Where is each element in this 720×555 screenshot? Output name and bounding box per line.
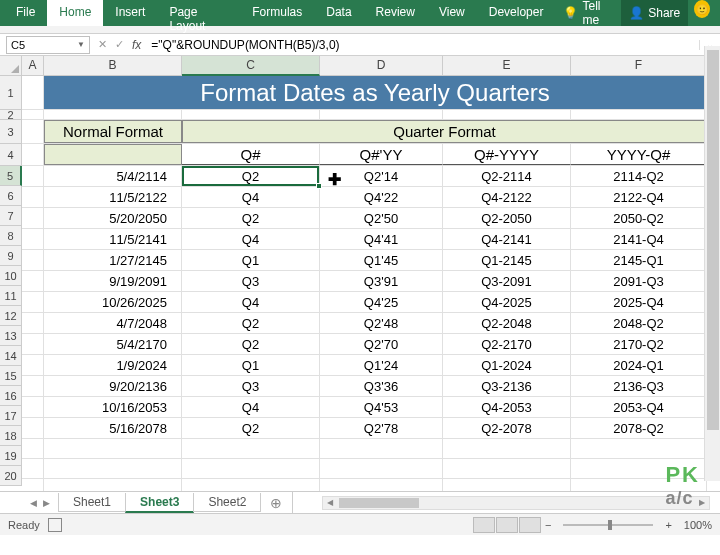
cell-c11[interactable]: Q4 [182,292,320,312]
cell-f10[interactable]: 2091-Q3 [571,271,707,291]
zoom-out-button[interactable]: − [541,519,555,531]
tab-data[interactable]: Data [314,0,363,26]
cell-b7[interactable]: 5/20/2050 [44,208,182,228]
cell-f5[interactable]: 2114-Q2 [571,166,707,186]
cell-d9[interactable]: Q1'45 [320,250,443,270]
cell-d15[interactable]: Q3'36 [320,376,443,396]
share-button[interactable]: 👤 Share [621,0,688,26]
cell-f15[interactable]: 2136-Q3 [571,376,707,396]
cell-c19[interactable] [182,459,320,478]
cell-b13[interactable]: 5/4/2170 [44,334,182,354]
cell-b9[interactable]: 1/27/2145 [44,250,182,270]
cell-a20[interactable] [22,479,44,491]
cell-c10[interactable]: Q3 [182,271,320,291]
cell-e20[interactable] [443,479,571,491]
tab-view[interactable]: View [427,0,477,26]
cell-f6[interactable]: 2122-Q4 [571,187,707,207]
subhdr-q[interactable]: Q# [182,144,320,165]
feedback-smiley-icon[interactable]: 🙂 [694,0,710,18]
zoom-slider[interactable] [563,524,653,526]
quarter-format-header[interactable]: Quarter Format [182,120,707,143]
cell-f11[interactable]: 2025-Q4 [571,292,707,312]
cell-b2[interactable] [44,110,182,119]
cell-c5[interactable]: Q2 [182,166,320,186]
cell-c2[interactable] [182,110,320,119]
cell-f18[interactable] [571,439,707,458]
sheet-tab-3[interactable]: Sheet3 [125,493,194,513]
cell-c9[interactable]: Q1 [182,250,320,270]
cell-e6[interactable]: Q4-2122 [443,187,571,207]
col-header-d[interactable]: D [320,56,443,76]
cell-d18[interactable] [320,439,443,458]
cell-d12[interactable]: Q2'48 [320,313,443,333]
cell-b15[interactable]: 9/20/2136 [44,376,182,396]
cell-c17[interactable]: Q2 [182,418,320,438]
cell-e18[interactable] [443,439,571,458]
row-header-1[interactable]: 1 [0,76,22,110]
cell-a3[interactable] [22,120,44,143]
cell-e8[interactable]: Q4-2141 [443,229,571,249]
cell-d14[interactable]: Q1'24 [320,355,443,375]
cell-f12[interactable]: 2048-Q2 [571,313,707,333]
row-header-2[interactable]: 2 [0,110,22,120]
cell-c7[interactable]: Q2 [182,208,320,228]
col-header-a[interactable]: A [22,56,44,76]
cell-f13[interactable]: 2170-Q2 [571,334,707,354]
view-page-layout-button[interactable] [496,517,518,533]
tab-file[interactable]: File [4,0,47,26]
cell-b16[interactable]: 10/16/2053 [44,397,182,417]
cell-b4[interactable] [44,144,182,165]
tab-home[interactable]: Home [47,0,103,26]
sheet-tab-1[interactable]: Sheet1 [58,493,126,512]
normal-format-header[interactable]: Normal Format [44,120,182,143]
cell-f8[interactable]: 2141-Q4 [571,229,707,249]
row-header-12[interactable]: 12 [0,306,22,326]
zoom-in-button[interactable]: + [661,519,675,531]
row-header-6[interactable]: 6 [0,186,22,206]
cell-b17[interactable]: 5/16/2078 [44,418,182,438]
cell-d2[interactable] [320,110,443,119]
cell-a4[interactable] [22,144,44,165]
col-header-b[interactable]: B [44,56,182,76]
cell-e10[interactable]: Q3-2091 [443,271,571,291]
cell-b11[interactable]: 10/26/2025 [44,292,182,312]
cell-a1[interactable] [22,76,44,109]
cell-c20[interactable] [182,479,320,491]
cell-b19[interactable] [44,459,182,478]
cell-e7[interactable]: Q2-2050 [443,208,571,228]
cell-d8[interactable]: Q4'41 [320,229,443,249]
cell-a13[interactable] [22,334,44,354]
tab-nav[interactable]: ◀▶ [22,498,58,508]
cell-e17[interactable]: Q2-2078 [443,418,571,438]
cell-a11[interactable] [22,292,44,312]
hscroll-thumb[interactable] [339,498,419,508]
cell-e5[interactable]: Q2-2114 [443,166,571,186]
sheet-tab-2[interactable]: Sheet2 [193,493,261,512]
col-header-c[interactable]: C [182,56,320,76]
cell-c15[interactable]: Q3 [182,376,320,396]
cell-e16[interactable]: Q4-2053 [443,397,571,417]
cell-c8[interactable]: Q4 [182,229,320,249]
tab-formulas[interactable]: Formulas [240,0,314,26]
fx-icon[interactable]: fx [132,38,141,52]
row-header-8[interactable]: 8 [0,226,22,246]
tell-me[interactable]: 💡 Tell me [555,0,621,26]
cell-c13[interactable]: Q2 [182,334,320,354]
cell-f7[interactable]: 2050-Q2 [571,208,707,228]
subhdr-qyy[interactable]: Q#'YY [320,144,443,165]
horizontal-scrollbar[interactable]: ◀ ▶ [322,496,710,510]
macro-record-icon[interactable] [48,518,62,532]
cell-a18[interactable] [22,439,44,458]
cell-c6[interactable]: Q4 [182,187,320,207]
cell-e14[interactable]: Q1-2024 [443,355,571,375]
cell-c16[interactable]: Q4 [182,397,320,417]
row-header-3[interactable]: 3 [0,120,22,144]
cell-a16[interactable] [22,397,44,417]
tab-review[interactable]: Review [364,0,427,26]
view-page-break-button[interactable] [519,517,541,533]
view-normal-button[interactable] [473,517,495,533]
row-header-10[interactable]: 10 [0,266,22,286]
cell-d16[interactable]: Q4'53 [320,397,443,417]
cell-e11[interactable]: Q4-2025 [443,292,571,312]
cell-c18[interactable] [182,439,320,458]
